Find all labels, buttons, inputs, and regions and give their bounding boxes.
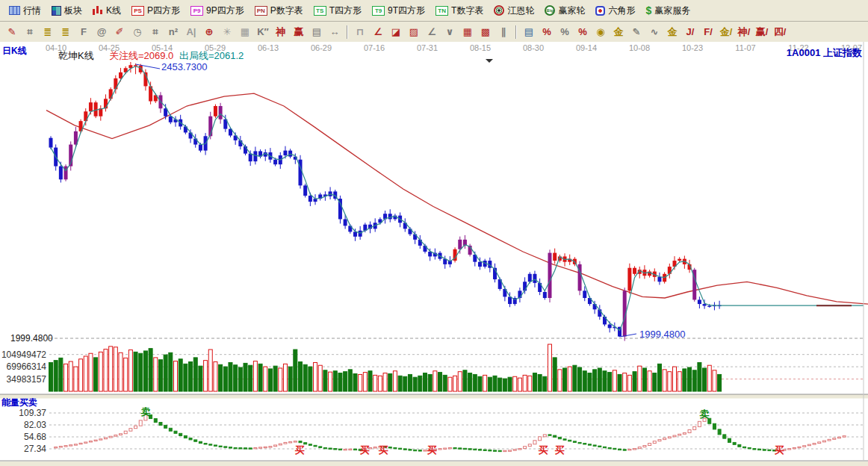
menu-item-label: 赢家服务 <box>654 4 690 17</box>
svg-text:04-10: 04-10 <box>46 43 66 52</box>
v-line-icon[interactable]: ∨ <box>441 24 459 40</box>
svg-text:34983157: 34983157 <box>7 374 47 385</box>
f-grid-icon[interactable]: F <box>75 24 93 40</box>
number-ruler-icon[interactable]: ▤ <box>308 24 326 40</box>
svg-text:12-07: 12-07 <box>841 43 862 52</box>
menu-item-winner-wheel[interactable]: Big赢家轮 <box>540 3 591 19</box>
trend-angle-icon[interactable]: ∠ <box>423 24 441 40</box>
winner-wheel-icon: Big <box>545 5 555 16</box>
ying-tool-icon[interactable]: 赢 <box>290 24 308 40</box>
svg-text:买: 买 <box>379 444 388 456</box>
menu-item-9p-square[interactable]: P99P四方形 <box>186 3 250 19</box>
menu-item-label: 板块 <box>64 4 82 17</box>
pencil-tool-icon[interactable]: ✎ <box>627 24 645 40</box>
svg-text:卖: 卖 <box>700 408 710 420</box>
menu-item-label: T四方形 <box>329 4 362 17</box>
percent-tool-icon[interactable]: % <box>556 24 574 40</box>
svg-text:05-14: 05-14 <box>152 43 173 52</box>
t-table-icon: TN <box>435 6 448 16</box>
parallel-lines-icon[interactable]: ∥ <box>495 24 512 40</box>
red-grid-icon[interactable]: ▦ <box>459 24 477 40</box>
svg-text:07-31: 07-31 <box>417 43 438 52</box>
k-note-icon[interactable]: K″ <box>254 24 272 40</box>
menu-item-p-table[interactable]: PNP数字表 <box>250 3 309 19</box>
hexagon-icon <box>595 6 605 16</box>
j-angle-icon[interactable]: J/ <box>681 24 699 40</box>
clock-cycle-icon[interactable]: ◷ <box>128 24 146 40</box>
frame-grid-icon[interactable]: ▩ <box>477 24 495 40</box>
width-measure-icon[interactable]: ↔ <box>326 24 344 40</box>
svg-text:104949472: 104949472 <box>1 350 46 360</box>
marker-tool-icon[interactable]: ✐ <box>111 24 128 40</box>
9t-square-icon: T9 <box>372 6 385 16</box>
svg-text:11-07: 11-07 <box>735 43 755 52</box>
svg-text:买: 买 <box>295 444 305 456</box>
spiral-tool-icon[interactable]: @ <box>93 24 111 40</box>
shade-grid-icon[interactable]: ▨ <box>405 24 423 40</box>
shade-box-icon[interactable]: ◪ <box>387 24 405 40</box>
menu-item-p-square[interactable]: PSP四方形 <box>127 3 186 19</box>
chart-canvas[interactable]: 04-1004-2505-1405-2906-1306-2907-1607-31… <box>0 42 868 466</box>
wave-band-icon[interactable]: ∿ <box>645 24 663 40</box>
svg-text:08-30: 08-30 <box>523 43 544 52</box>
menu-item-label: 江恩轮 <box>507 4 534 17</box>
svg-text:买: 买 <box>539 444 548 456</box>
svg-text:买: 买 <box>775 444 784 456</box>
gold-circle-icon[interactable]: ◉ <box>592 24 610 40</box>
box-select-icon[interactable]: ⊓ <box>351 24 369 40</box>
menu-item-label: P四方形 <box>147 4 180 17</box>
ying-angle-icon[interactable]: 赢/ <box>753 24 771 40</box>
square-wheel-icon[interactable]: ▦ <box>236 24 254 40</box>
menu-item-label: 9T四方形 <box>388 4 425 17</box>
menu-item-label: 六角形 <box>608 4 635 17</box>
percent-lines-icon[interactable]: % <box>574 24 592 40</box>
shen-tool-icon[interactable]: 神 <box>272 24 290 40</box>
menu-item-label: 9P四方形 <box>206 4 244 17</box>
grid-tool-icon[interactable]: ⌗ <box>21 24 39 40</box>
four-angle-icon[interactable]: 四/ <box>771 24 789 40</box>
chart-area: 04-1004-2505-1405-2906-1306-2907-1607-31… <box>0 42 868 466</box>
svg-text:买: 买 <box>555 444 565 456</box>
menu-item-winner-service[interactable]: $赢家服务 <box>641 3 696 19</box>
menu-item-label: 行情 <box>23 4 41 17</box>
gann-wheel-icon <box>494 5 504 16</box>
gold-grid-2-icon[interactable]: ≣ <box>57 24 75 40</box>
f-angle-icon[interactable]: F/ <box>699 24 717 40</box>
sectors-icon <box>52 6 61 16</box>
mirror-line-icon[interactable]: A| <box>182 24 200 40</box>
brush-tool-icon[interactable]: ✎ <box>3 24 21 40</box>
fan-lines-icon[interactable]: ∠ <box>369 24 387 40</box>
volume-axis-labels: 1049494726996631434983157 <box>1 350 46 385</box>
svg-text:买: 买 <box>360 444 370 456</box>
svg-text:买: 买 <box>427 444 437 456</box>
percent-fan-icon[interactable]: % <box>538 24 556 40</box>
price-ruler-icon[interactable]: ⌗ <box>146 24 164 40</box>
gold-section-icon[interactable]: 金 <box>610 24 627 40</box>
menu-item-t-table[interactable]: TNT数字表 <box>431 3 489 19</box>
menu-item-quotes[interactable]: 行情 <box>4 3 47 19</box>
gann-circle-icon[interactable]: ⊕ <box>200 24 218 40</box>
n-square-icon[interactable]: n² <box>164 24 182 40</box>
kline-icon <box>93 5 103 16</box>
menu-item-t-square[interactable]: TST四方形 <box>309 3 368 19</box>
menu-item-label: K线 <box>106 4 121 17</box>
p-square-icon: PS <box>131 6 144 16</box>
menu-item-9t-square[interactable]: T99T四方形 <box>368 3 431 19</box>
star-wheel-icon[interactable]: ✳ <box>218 24 236 40</box>
svg-text:05-29: 05-29 <box>205 43 226 52</box>
svg-text:07-16: 07-16 <box>364 43 385 52</box>
menu-item-label: 赢家轮 <box>558 4 585 17</box>
menu-item-label: T数字表 <box>451 4 483 17</box>
p-table-icon: PN <box>255 6 267 16</box>
gold-grid-1-icon[interactable]: ≣ <box>39 24 57 40</box>
menu-item-sectors[interactable]: 板块 <box>47 3 88 19</box>
menu-item-kline[interactable]: K线 <box>88 3 127 19</box>
gold-line-icon[interactable]: 金 <box>663 24 681 40</box>
menu-item-gann-wheel[interactable]: 江恩轮 <box>489 3 540 19</box>
svg-text:11-22: 11-22 <box>788 43 808 52</box>
volume-profile-icon[interactable]: ▤ <box>520 24 538 40</box>
quotes-icon <box>9 6 20 15</box>
menu-item-hexagon[interactable]: 六角形 <box>591 3 641 19</box>
gold-angle-icon[interactable]: 金/ <box>717 24 735 40</box>
shen-angle-icon[interactable]: 神/ <box>735 24 753 40</box>
